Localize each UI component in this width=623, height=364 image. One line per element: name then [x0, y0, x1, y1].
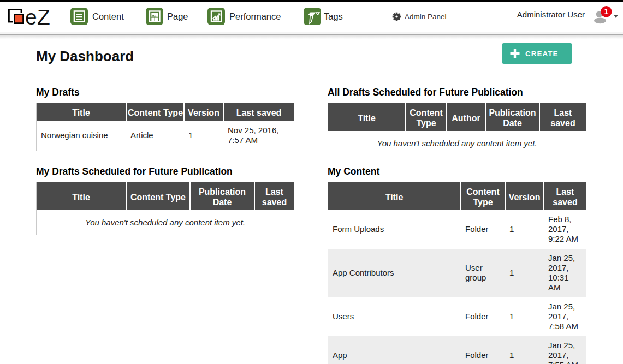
svg-text:1: 1 — [604, 7, 608, 16]
